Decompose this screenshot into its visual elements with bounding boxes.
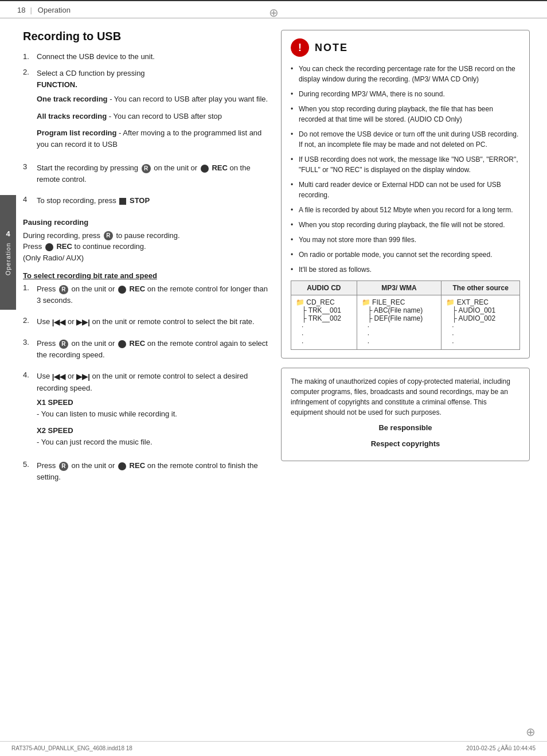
pausing-text: During recording, press R to pause recor… (23, 230, 269, 264)
rec-circle-bitrate3 (118, 340, 126, 348)
skip-prev-icon: |◀◀ (52, 317, 66, 328)
stop-icon-step4 (119, 198, 126, 205)
bitrate-step-2-content: Use |◀◀ or ▶▶| on the unit or remote con… (37, 316, 269, 331)
crosshair-bottom-right: ⊕ (526, 725, 536, 739)
mp3-dots-3: · (362, 338, 437, 346)
skip-next-icon-4: ▶▶| (76, 371, 90, 383)
section-title: Recording to USB (23, 30, 269, 43)
skip-prev-icon-4: |◀◀ (52, 371, 66, 383)
step-1-num: 1. (23, 52, 33, 61)
x2-speed-block: X2 SPEED - You can just record the music… (37, 425, 269, 447)
note-item-1: During recording MP3/ WMA, there is no s… (291, 89, 520, 99)
ext-dots-1: · (446, 322, 515, 330)
step-3-content: Start the recording by pressing R on the… (37, 162, 269, 188)
col2-cell: 📁 FILE_REC ├ ABC(File name) ├ DEF(File n… (357, 295, 441, 350)
note-item-3: Do not remove the USB device or turn off… (291, 129, 520, 150)
rec-circle-bitrate1 (118, 286, 126, 294)
bitrate-step-1-content: Press R on the unit or REC on the remote… (37, 283, 269, 309)
right-column: ! NOTE You can check the recording perce… (281, 30, 530, 493)
rec-circle-pause (45, 243, 53, 251)
cd-dots-1: · (296, 322, 352, 330)
col-audio-cd: AUDIO CD (291, 281, 357, 295)
header-title: Operation (38, 6, 71, 14)
step-3: 3 Start the recording by pressing R on t… (23, 162, 269, 188)
sidebar-tab: 4 Operation (0, 195, 16, 310)
bitrate-step-3: 3. Press R on the unit or REC on the rem… (23, 338, 269, 364)
cd-dots-3: · (296, 338, 352, 346)
trk-002: ├ TRK__002 (296, 314, 352, 322)
x1-speed-block: X1 SPEED - You can listen to music while… (37, 397, 269, 419)
page-number: 18 (17, 6, 25, 14)
note-list: You can check the recording percentage r… (291, 64, 520, 275)
note-item-0: You can check the recording percentage r… (291, 64, 520, 84)
note-box: ! NOTE You can check the recording perce… (281, 30, 530, 358)
note-item-7: When you stop recording during playback,… (291, 220, 520, 230)
page-wrapper: ⊕ 18 | Operation 4 Operation Recording t… (0, 0, 547, 756)
bitrate-step-2: 2. Use |◀◀ or ▶▶| on the unit or remote … (23, 316, 269, 331)
note-item-2: When you stop recording during playback,… (291, 104, 520, 124)
sidebar-chapter-num: 4 (6, 229, 10, 238)
bitrate-step-5-content: Press R on the unit or REC on the remote… (37, 460, 269, 486)
bitrate-step-1-num: 1. (23, 283, 33, 309)
note-item-10: It'll be stored as follows. (291, 264, 520, 275)
sub-block-alltracks: All tracks recording - You can record to… (37, 111, 269, 122)
ext-rec-folder: 📁 EXT_REC (446, 298, 489, 306)
step-2-content: Select a CD function by pressing FUNCTIO… (37, 68, 269, 155)
bitrate-step-2-num: 2. (23, 316, 33, 331)
crosshair-top: ⊕ (269, 6, 279, 20)
ext-dots-2: · (446, 330, 515, 338)
skip-next-icon: ▶▶| (76, 317, 90, 328)
note-item-8: You may not store more than 999 files. (291, 235, 520, 245)
step-1-content: Connect the USB device to the unit. (37, 52, 269, 61)
rec-btn-bitrate1: R (59, 285, 68, 294)
sub-block-onetrack: One track recording - You can record to … (37, 93, 269, 105)
bitrate-step-4-content: Use |◀◀ or ▶▶| on the unit or remote con… (37, 371, 269, 453)
pausing-heading: Pausing recording (23, 218, 269, 227)
footer-right: 2010-02-25 ¿ÀÃû 10:44:45 (466, 745, 536, 751)
step-4-num: 4 (23, 195, 33, 210)
pause-btn-icon: R (104, 231, 113, 240)
sub-block-programlist: Program list recording - After moving a … (37, 127, 269, 150)
note-item-4: If USB recording does not work, the mess… (291, 154, 520, 175)
note-item-9: On radio or portable mode, you cannot se… (291, 250, 520, 260)
mp3-dots-1: · (362, 322, 437, 330)
step-2-text: Select a CD function by pressing FUNCTIO… (37, 68, 269, 90)
copyright-box: The making of unauthorized copies of cop… (281, 368, 530, 461)
note-header: ! NOTE (291, 38, 520, 57)
note-icon: ! (291, 38, 309, 57)
bitrate-step-3-num: 3. (23, 338, 33, 364)
step-1-text: Connect the USB device to the unit. (37, 52, 155, 61)
bitrate-step-3-content: Press R on the unit or REC on the remote… (37, 338, 269, 364)
rec-button-icon-step3: R (142, 164, 151, 173)
file-table-row: 📁 CD_REC ├ TRK__001 ├ TRK__002 · · · 📁 F… (291, 295, 520, 350)
ext-dots-3: · (446, 338, 515, 346)
file-structure-table: AUDIO CD MP3/ WMA The other source 📁 CD_… (291, 280, 520, 350)
bitrate-heading: To select recording bit rate and speed (23, 271, 269, 280)
rec-btn-bitrate3: R (59, 340, 68, 349)
rec-btn-bitrate5: R (59, 462, 68, 471)
col-other: The other source (441, 281, 520, 295)
bitrate-step-1: 1. Press R on the unit or REC on the rem… (23, 283, 269, 309)
audio-001: ├ AUDIO_001 (446, 306, 515, 314)
trk-001: ├ TRK__001 (296, 306, 352, 314)
abc-file: ├ ABC(File name) (362, 306, 437, 314)
step-1: 1. Connect the USB device to the unit. (23, 52, 269, 61)
main-steps-list: 1. Connect the USB device to the unit. 2… (23, 52, 269, 210)
copyright-bold1: Be responsible (291, 422, 520, 434)
main-content: Recording to USB 1. Connect the USB devi… (0, 18, 547, 504)
def-file: ├ DEF(File name) (362, 314, 437, 322)
footer-left: RAT375-A0U_DPANLLK_ENG_4608.indd18 18 (11, 745, 132, 751)
step-2-num: 2. (23, 68, 33, 155)
bitrate-step-4-num: 4. (23, 371, 33, 453)
rec-circle-bitrate5 (118, 462, 126, 470)
bitrate-step-5-num: 5. (23, 460, 33, 486)
step-4: 4 To stop recording, press STOP (23, 195, 269, 210)
note-title: NOTE (315, 42, 348, 54)
sidebar-chapter-label: Operation (5, 243, 11, 275)
audio-002: ├ AUDIO_002 (446, 314, 515, 322)
bitrate-step-5: 5. Press R on the unit or REC on the rem… (23, 460, 269, 486)
note-item-5: Multi card reader device or External HDD… (291, 180, 520, 200)
copyright-bold2: Respect copyrights (291, 438, 520, 450)
bitrate-steps-list: 1. Press R on the unit or REC on the rem… (23, 283, 269, 486)
bitrate-step-4: 4. Use |◀◀ or ▶▶| on the unit or remote … (23, 371, 269, 453)
